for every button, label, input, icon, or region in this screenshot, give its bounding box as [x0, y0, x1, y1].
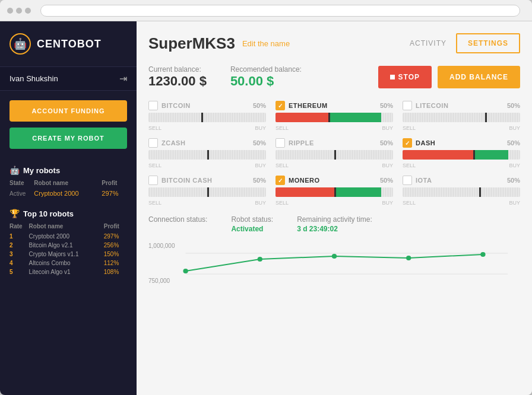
slider-labels: SELL BUY: [403, 125, 520, 131]
robot-name-cell[interactable]: Cryptobot 2000: [34, 189, 102, 198]
my-robot-row: Active Cryptobot 2000 297%: [10, 189, 127, 198]
top-name[interactable]: Bitcoin Algo v2.1: [29, 241, 104, 250]
connection-status: Connection status:: [148, 215, 207, 224]
robot-name: SuperMKS3: [148, 34, 235, 53]
crypto-card: BITCOIN CASH 50% SELL BUY: [148, 176, 266, 206]
crypto-card: LITECOIN 50% SELL BUY: [403, 101, 520, 131]
crypto-percent: 50%: [507, 139, 520, 146]
col-top-profit: Profit: [104, 223, 127, 232]
crypto-card: MONERO 50% SELL BUY: [276, 176, 393, 206]
crypto-slider[interactable]: [403, 187, 520, 197]
buy-label: BUY: [382, 125, 393, 131]
crypto-slider[interactable]: [148, 187, 266, 197]
slider-track: [403, 150, 520, 160]
crypto-header: LITECOIN 50%: [403, 101, 520, 110]
top-robots-section: 🏆 Top 10 robots Rate Robot name Profit 1…: [0, 202, 137, 280]
top-profit: 108%: [104, 267, 127, 276]
svg-point-5: [406, 256, 411, 260]
crypto-checkbox[interactable]: [148, 101, 158, 110]
main-header: SuperMKS3 Edit the name ACTIVITY SETTING…: [148, 33, 520, 53]
svg-point-6: [480, 252, 485, 257]
crypto-left: BITCOIN CASH: [148, 176, 212, 185]
top-robot-row: 2 Bitcoin Algo v2.1 256%: [10, 241, 127, 250]
crypto-checkbox[interactable]: [403, 138, 412, 148]
top-name[interactable]: Crypto Majors v1.1: [29, 250, 104, 259]
edit-name-link[interactable]: Edit the name: [242, 39, 290, 48]
top-rate: 4: [10, 259, 29, 267]
logout-icon[interactable]: ⇥: [119, 73, 127, 84]
crypto-slider[interactable]: [403, 113, 520, 122]
svg-point-3: [258, 257, 262, 262]
crypto-checkbox[interactable]: [148, 138, 158, 148]
stop-icon: [390, 75, 395, 79]
crypto-checkbox[interactable]: [403, 176, 412, 185]
stop-button[interactable]: STOP: [378, 66, 432, 88]
dot-1: [7, 8, 13, 14]
crypto-card: ETHEREUM 50% SELL BUY: [276, 101, 393, 131]
crypto-percent: 50%: [380, 102, 393, 109]
sell-label: SELL: [276, 200, 289, 206]
top-robot-row: 3 Crypto Majors v1.1 150%: [10, 250, 127, 259]
buy-label: BUY: [255, 163, 266, 168]
crypto-slider[interactable]: [276, 150, 393, 160]
top-robot-row: 1 Cryptobot 2000 297%: [10, 232, 127, 241]
main-content: SuperMKS3 Edit the name ACTIVITY SETTING…: [137, 21, 532, 395]
crypto-header: IOTA 50%: [403, 176, 520, 185]
chart-area: 1,000,000 750,000: [148, 243, 520, 383]
crypto-checkbox[interactable]: [276, 138, 285, 148]
crypto-checkbox[interactable]: [276, 101, 285, 110]
buy-label: BUY: [382, 200, 393, 206]
slider-labels: SELL BUY: [276, 163, 393, 168]
sell-label: SELL: [403, 200, 416, 206]
crypto-card: BITCOIN 50% SELL BUY: [148, 101, 266, 131]
crypto-slider[interactable]: [148, 150, 266, 160]
buy-label: BUY: [255, 200, 266, 206]
robot-profit: 297%: [102, 189, 127, 198]
col-top-name: Robot name: [29, 223, 104, 232]
col-profit: Profit: [102, 180, 127, 189]
col-rate: Rate: [10, 223, 29, 232]
crypto-header: BITCOIN CASH 50%: [148, 176, 266, 185]
balance-actions: STOP ADD BALANCE: [378, 66, 520, 88]
create-robot-button[interactable]: CREATE MY ROBOT: [10, 128, 127, 149]
crypto-slider[interactable]: [148, 113, 266, 122]
remaining-label: Remaining activity time:: [297, 215, 372, 224]
slider-track: [276, 150, 393, 160]
crypto-slider[interactable]: [403, 150, 520, 160]
crypto-left: ZCASH: [148, 138, 185, 148]
slider-labels: SELL BUY: [148, 200, 266, 206]
top-name[interactable]: Cryptobot 2000: [29, 232, 104, 241]
remaining-value: 3 d 23:49:02: [297, 225, 372, 233]
activity-link[interactable]: ACTIVITY: [410, 39, 446, 47]
crypto-name: BITCOIN: [162, 102, 191, 109]
col-state: State: [10, 180, 34, 189]
address-bar[interactable]: [40, 5, 520, 17]
add-balance-button[interactable]: ADD BALANCE: [438, 66, 520, 88]
crypto-card: IOTA 50% SELL BUY: [403, 176, 520, 206]
chart-svg: [148, 247, 520, 277]
top-profit: 256%: [104, 241, 127, 250]
robot-status-value: Activated: [231, 225, 273, 233]
crypto-checkbox[interactable]: [403, 101, 412, 110]
top-profit: 297%: [104, 232, 127, 241]
top-name[interactable]: Altcoins Combo: [29, 259, 104, 267]
crypto-name: MONERO: [289, 177, 320, 184]
dot-2: [16, 8, 22, 14]
crypto-checkbox[interactable]: [276, 176, 285, 185]
crypto-percent: 50%: [253, 102, 266, 109]
crypto-slider[interactable]: [276, 113, 393, 122]
top-name[interactable]: Litecoin Algo v1: [29, 267, 104, 276]
logo-text: CENTOBOT: [37, 38, 102, 50]
account-funding-button[interactable]: ACCOUNT FUNDING: [10, 100, 127, 122]
top-rate: 5: [10, 267, 29, 276]
crypto-checkbox[interactable]: [148, 176, 158, 185]
slider-labels: SELL BUY: [148, 163, 266, 168]
crypto-card: DASH 50% SELL BUY: [403, 138, 520, 168]
crypto-slider[interactable]: [276, 187, 393, 197]
crypto-left: ETHEREUM: [276, 101, 328, 110]
settings-button[interactable]: SETTINGS: [456, 33, 520, 53]
slider-track: [403, 113, 520, 122]
slider-track: [276, 113, 393, 122]
title-bar: [0, 0, 532, 21]
recommended-balance-value: 50.00 $: [230, 74, 302, 89]
